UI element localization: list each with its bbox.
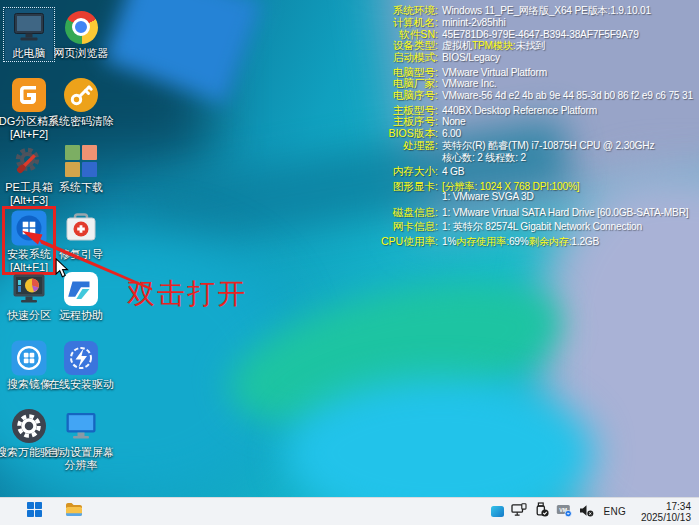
system-info-line: 主板序号:None (371, 115, 698, 127)
desktop-icon-sublabel: [Alt+F3] (10, 194, 48, 207)
desktop-icon-label: 系统密码清除 (48, 115, 114, 128)
system-info-value: BIOS/Legacy (442, 52, 500, 63)
system-info-value: 内存使用率: (456, 235, 509, 249)
desktop-icon-label: PE工具箱 (5, 181, 53, 194)
vmware-tools-tray-icon[interactable]: VM (556, 503, 572, 521)
file-explorer-button[interactable] (62, 500, 86, 524)
system-info-value: 4 GB (442, 166, 464, 177)
desktop-icon-label: 此电脑 (13, 47, 46, 60)
system-info-line: 系统环境:Windows 11_PE_网络版_X64 PE版本:1.9.10.0… (371, 4, 698, 16)
input-language-indicator[interactable]: ENG (601, 506, 628, 517)
desktop-icon-quick-partition[interactable]: 快速分区 (5, 271, 53, 322)
taskbar: VM ENG 17:34 2025/10/13 (0, 497, 699, 525)
search-driver-icon (11, 408, 47, 444)
quick-partition-icon (11, 271, 47, 307)
system-info-value: 6.00 (442, 128, 461, 139)
desktop-icon-label: 远程协助 (59, 309, 103, 322)
taskbar-left (22, 498, 86, 525)
desktop-icon-online-driver[interactable]: 在线安装驱动 (57, 340, 105, 391)
system-info-label: 启动模式: (371, 51, 438, 65)
system-info-value: 剩余内存: (529, 235, 572, 249)
system-info-line: 磁盘信息:1: VMware Virtual SATA Hard Drive [… (371, 206, 698, 218)
system-info-value: VMware-56 4d e2 4b ab 9e 44 85-3d b0 86 … (442, 90, 693, 101)
system-info-value: 1: 英特尔 82574L Gigabit Network Connection (442, 220, 642, 234)
system-info-line: CPU使用率:1% 内存使用率: 69% 剩余内存:1.2GB (371, 235, 698, 247)
system-info-label: 图形显卡: (371, 180, 438, 194)
desktop-icon-this-pc[interactable]: 此电脑 (5, 9, 53, 60)
password-clear-icon (63, 77, 99, 113)
volume-tray-icon[interactable] (579, 503, 594, 521)
start-button[interactable] (22, 500, 46, 524)
system-info-value: None (442, 116, 466, 127)
desktop-icon-auto-resolution[interactable]: 自动设置屏幕分辨率 (57, 408, 105, 471)
system-info-value: 未找到 (515, 39, 545, 53)
system-info-value: 440BX Desktop Reference Platform (442, 105, 597, 116)
system-info-value: 69% (509, 236, 529, 247)
desktop-icon-label: 快速分区 (7, 309, 51, 322)
repair-boot-icon (63, 210, 99, 246)
diskgenius-icon (11, 77, 47, 113)
system-info-value: minint-2v85hhi (442, 17, 505, 28)
system-info-panel: 系统环境:Windows 11_PE_网络版_X64 PE版本:1.9.10.0… (371, 4, 698, 246)
system-info-line: 内存大小:4 GB (371, 165, 698, 177)
desktop-icon-password-clear[interactable]: 系统密码清除 (57, 77, 105, 128)
system-info-line: 电脑序号:VMware-56 4d e2 4b ab 9e 44 85-3d b… (371, 89, 698, 101)
network-tray-icon[interactable] (511, 503, 527, 521)
search-image-icon (11, 340, 47, 376)
desktop-icon-label: 自动设置屏幕 (48, 446, 114, 459)
desktop-icon-label: 网页浏览器 (54, 47, 109, 60)
clock-date: 2025/10/13 (635, 512, 691, 523)
install-system-icon (11, 210, 47, 246)
desktop-icon-search-image[interactable]: 搜索镜像 (5, 340, 53, 391)
pe-desktop-screen: 此电脑网页浏览器DG分区精灵[Alt+F2]系统密码清除PE工具箱[Alt+F3… (0, 0, 699, 525)
system-info-line: 处理器:英特尔(R) 酷睿(TM) i7-10875H CPU @ 2.30GH… (371, 139, 698, 151)
system-info-label: 磁盘信息: (371, 206, 438, 220)
system-info-label: 电脑序号: (371, 89, 438, 103)
auto-resolution-icon (63, 408, 99, 444)
system-info-label: 处理器: (371, 139, 438, 153)
system-info-line: 网卡信息:1: 英特尔 82574L Gigabit Network Conne… (371, 220, 698, 232)
online-driver-icon (63, 340, 99, 376)
desktop-icon-repair-boot[interactable]: 修复引导 (57, 210, 105, 261)
desktop-icon-web-browser[interactable]: 网页浏览器 (57, 9, 105, 60)
system-info-line: 主板型号:440BX Desktop Reference Platform (371, 104, 698, 116)
desktop-icon-remote-assist[interactable]: 远程协助 (57, 271, 105, 322)
folder-icon (65, 502, 83, 521)
desktop-icon-system-download[interactable]: 系统下载 (57, 143, 105, 194)
system-info-value: 核心数: 2 线程数: 2 (442, 151, 526, 165)
desktop-icon-label: 安装系统 (7, 248, 51, 261)
system-info-value: 1: VMware Virtual SATA Hard Drive [60.0G… (442, 207, 688, 218)
system-tray: VM ENG 17:34 2025/10/13 (491, 498, 694, 525)
system-info-label: CPU使用率: (371, 235, 438, 249)
system-info-label: 网卡信息: (371, 220, 438, 234)
system-info-line: 设备类型:虚拟机 TPM模块: 未找到 (371, 39, 698, 51)
system-info-line: BIOS版本:6.00 (371, 127, 698, 139)
system-info-line: 图形显卡:[分辨率: 1024 X 768 DPI:100%] (371, 180, 698, 192)
usb-eject-tray-icon[interactable] (534, 502, 549, 521)
desktop-icon-diskgenius[interactable]: DG分区精灵[Alt+F2] (5, 77, 53, 140)
system-download-icon (63, 143, 99, 179)
remote-assist-icon (63, 271, 99, 307)
annotation-text: 双击打开 (127, 279, 247, 309)
desktop-icon-sublabel: 分辨率 (65, 459, 98, 472)
system-info-line: 电脑型号:VMware Virtual Platform (371, 66, 698, 78)
system-info-line: 电脑厂家:VMware Inc. (371, 77, 698, 89)
clock-time: 17:34 (635, 501, 691, 512)
system-info-value: 1.2GB (571, 236, 599, 247)
windows-logo-icon (27, 502, 42, 521)
desktop-icon-label: 修复引导 (59, 248, 103, 261)
taskbar-clock[interactable]: 17:34 2025/10/13 (635, 501, 694, 523)
desktop-icon-search-driver[interactable]: 搜索万能驱动 (5, 408, 53, 459)
system-info-line: 软件SN:45E781D6-979E-4647-B394-38AF7F5F9A7… (371, 28, 698, 40)
desktop-icon-pe-toolbox[interactable]: PE工具箱[Alt+F3] (5, 143, 53, 206)
web-browser-icon (63, 9, 99, 45)
system-info-value: VMware Virtual Platform (442, 67, 547, 78)
system-info-value: 1: VMware SVGA 3D (442, 191, 534, 202)
system-info-value: 1% (442, 236, 456, 247)
pe-toolbox-icon (11, 143, 47, 179)
desktop-icon-sublabel: [Alt+F2] (10, 128, 48, 141)
display-tray-icon[interactable] (491, 506, 504, 517)
system-info-value: 45E781D6-979E-4647-B394-38AF7F5F9A79 (442, 29, 639, 40)
desktop-icon-install-system[interactable]: 安装系统[Alt+F1] (5, 210, 53, 273)
system-info-value: VMware Inc. (442, 78, 496, 89)
